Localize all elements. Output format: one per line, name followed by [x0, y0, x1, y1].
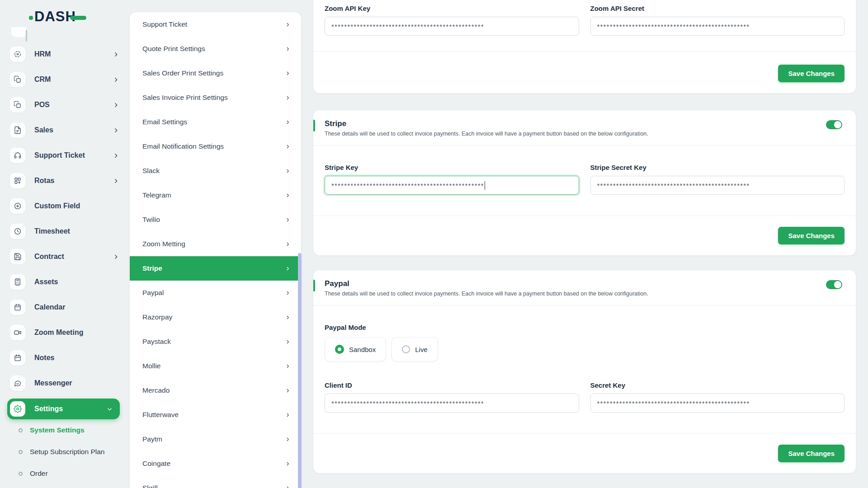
- chevron-right-icon: [285, 413, 290, 418]
- sidebar-item-label: POS: [34, 101, 50, 109]
- subnav-item-stripe[interactable]: Stripe: [130, 256, 301, 281]
- subnav-item-mollie[interactable]: Mollie: [130, 354, 301, 378]
- subnav-item-paypal[interactable]: Paypal: [130, 281, 301, 305]
- sidebar-item-label: Settings: [34, 405, 63, 413]
- sidebar-item-hrm[interactable]: HRM: [0, 42, 129, 67]
- field-label: Stripe Secret Key: [590, 164, 845, 171]
- paypal-mode-sandbox-option[interactable]: Sandbox: [325, 337, 386, 361]
- stripe-secret-key-input[interactable]: ****************************************…: [590, 176, 845, 195]
- stripe-key-input[interactable]: ****************************************…: [325, 176, 579, 195]
- zoom-api-key-input[interactable]: ****************************************…: [325, 17, 579, 36]
- field-label: Client ID: [325, 381, 579, 389]
- subnav-item-twilio[interactable]: Twilio: [130, 207, 301, 232]
- partially-scrolled-menu-item: [11, 27, 26, 37]
- left-sidebar: DASH HRM CRM: [0, 0, 129, 488]
- sidebar-item-support-ticket[interactable]: Support Ticket: [0, 143, 129, 168]
- subnav-item-flutterwave[interactable]: Flutterwave: [130, 403, 301, 427]
- save-changes-button[interactable]: Save Changes: [778, 65, 844, 82]
- subnav-item-mercado[interactable]: Mercado: [130, 378, 301, 403]
- save-changes-button[interactable]: Save Changes: [778, 445, 844, 462]
- chevron-right-icon: [285, 169, 290, 174]
- field-label: Stripe Key: [325, 164, 579, 171]
- subnav-item-telegram[interactable]: Telegram: [130, 183, 301, 207]
- sidebar-item-settings[interactable]: Settings: [7, 399, 120, 419]
- secret-key-input[interactable]: ****************************************…: [590, 394, 845, 413]
- subnav-scrollbar[interactable]: [298, 253, 302, 488]
- paypal-mode-live-option[interactable]: Live: [392, 337, 438, 361]
- chevron-right-icon: [285, 364, 290, 369]
- chevron-right-icon: [285, 315, 290, 320]
- app-root: DASH HRM CRM: [0, 0, 868, 488]
- chevron-right-icon: [285, 217, 290, 222]
- sidebar-item-pos[interactable]: POS: [0, 92, 129, 117]
- chevron-right-icon: [113, 178, 119, 184]
- sidebar-item-label: Sales: [34, 126, 53, 134]
- copy-icon: [10, 97, 25, 113]
- toggle-knob: [834, 121, 841, 128]
- radio-label: Live: [415, 346, 428, 353]
- chevron-right-icon: [285, 339, 290, 344]
- sidebar-item-label: Support Ticket: [34, 151, 85, 160]
- sidebar-item-timesheet[interactable]: Timesheet: [0, 219, 129, 244]
- video-camera-icon: [10, 325, 25, 340]
- sidebar-item-notes[interactable]: Notes: [0, 345, 129, 371]
- settings-subnav: Support Ticket Quote Print Settings Sale…: [129, 0, 301, 488]
- notes-icon: [10, 350, 25, 366]
- settings-subnav-card: Support Ticket Quote Print Settings Sale…: [130, 12, 301, 488]
- chevron-right-icon: [113, 102, 119, 108]
- text-caret: [485, 181, 486, 190]
- field-zoom-api-secret: Zoom API Secret ************************…: [590, 5, 845, 36]
- subnav-item-quote-print-settings[interactable]: Quote Print Settings: [130, 37, 301, 61]
- subnav-item-email-notification-settings[interactable]: Email Notification Settings: [130, 134, 301, 159]
- zoom-api-secret-input[interactable]: ****************************************…: [590, 17, 845, 36]
- subnav-item-support-ticket[interactable]: Support Ticket: [130, 12, 301, 37]
- sidebar-subitem-order[interactable]: Order: [0, 463, 129, 484]
- paypal-enabled-toggle[interactable]: [826, 280, 842, 289]
- sidebar-item-zoom-meeting[interactable]: Zoom Meeting: [0, 320, 129, 345]
- sidebar-item-label: Calendar: [34, 303, 65, 311]
- subnav-item-razorpay[interactable]: Razorpay: [130, 305, 301, 329]
- client-id-input[interactable]: ****************************************…: [325, 394, 579, 413]
- logo-accent-dot: [29, 16, 33, 20]
- subnav-item-skrill[interactable]: Skrill: [130, 476, 301, 488]
- toggle-knob: [834, 281, 841, 288]
- chevron-right-icon: [285, 291, 290, 296]
- paypal-settings-card: Paypal These details will be used to col…: [313, 270, 856, 473]
- sidebar-item-label: HRM: [34, 50, 51, 58]
- copy-icon: [10, 72, 25, 87]
- plus-circle-icon: [10, 198, 25, 214]
- subnav-item-paytm[interactable]: Paytm: [130, 427, 301, 451]
- bullet-icon: [19, 472, 23, 476]
- card-accent-bar: [313, 120, 315, 131]
- sidebar-subitem-system-settings[interactable]: System Settings: [0, 419, 129, 441]
- subnav-item-zoom-metting[interactable]: Zoom Metting: [130, 232, 301, 256]
- stripe-settings-card: Stripe These details will be used to col…: [313, 110, 856, 255]
- stripe-enabled-toggle[interactable]: [826, 120, 842, 129]
- sidebar-item-messenger[interactable]: Messenger: [0, 371, 129, 396]
- subnav-item-sales-order-print-settings[interactable]: Sales Order Print Settings: [130, 61, 301, 85]
- floppy-icon: [10, 249, 25, 264]
- calendar-icon: [10, 300, 25, 315]
- subnav-item-email-settings[interactable]: Email Settings: [130, 110, 301, 134]
- sidebar-subitem-setup-subscription-plan[interactable]: Setup Subscription Plan: [0, 441, 129, 463]
- bullet-icon: [19, 450, 23, 454]
- document-icon: [10, 122, 25, 138]
- subnav-item-slack[interactable]: Slack: [130, 159, 301, 183]
- subnav-item-paystack[interactable]: Paystack: [130, 329, 301, 354]
- sidebar-item-calendar[interactable]: Calendar: [0, 295, 129, 320]
- sidebar-item-custom-field[interactable]: Custom Field: [0, 193, 129, 219]
- chevron-right-icon: [285, 461, 290, 466]
- paypal-mode-label: Paypal Mode: [325, 324, 366, 331]
- sidebar-item-contract[interactable]: Contract: [0, 244, 129, 269]
- chevron-right-icon: [285, 144, 290, 149]
- sidebar-scrollbar[interactable]: [26, 30, 27, 42]
- sidebar-item-crm[interactable]: CRM: [0, 67, 129, 92]
- save-changes-button[interactable]: Save Changes: [778, 227, 844, 244]
- sidebar-item-sales[interactable]: Sales: [0, 117, 129, 143]
- sidebar-item-rotas[interactable]: Rotas: [0, 168, 129, 193]
- sidebar-item-assets[interactable]: Assets: [0, 269, 129, 295]
- subnav-item-coingate[interactable]: Coingate: [130, 451, 301, 476]
- chevron-right-icon: [285, 95, 290, 100]
- subnav-item-sales-invoice-print-settings[interactable]: Sales Invoice Print Settings: [130, 85, 301, 110]
- chevron-right-icon: [285, 242, 290, 247]
